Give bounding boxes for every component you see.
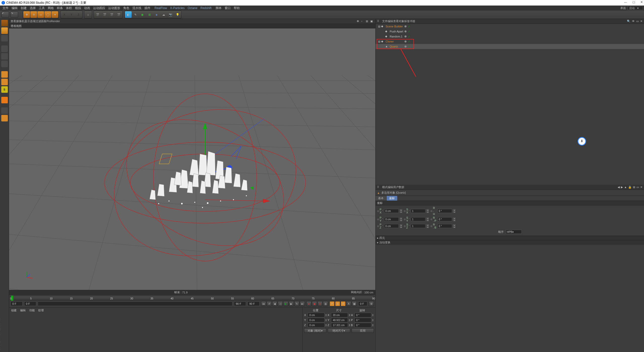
menu-编辑[interactable]: 编辑 [388, 20, 393, 23]
menu-查看[interactable]: 查看 [393, 20, 399, 23]
tree-item-Quartz[interactable]: ▲Quartz [376, 44, 644, 49]
menu-模拟[interactable]: 模拟 [73, 6, 83, 10]
render-settings-button[interactable]: 🎬 [108, 11, 115, 18]
subdivision-button[interactable]: ⊞ [146, 11, 153, 18]
minimize-button[interactable]: ― [624, 1, 627, 4]
scale-tool[interactable]: ▭ [37, 11, 44, 18]
close-button[interactable]: ✕ [640, 1, 643, 4]
pen-tool-button[interactable]: ✎ [132, 11, 139, 18]
polygon-mode-button[interactable] [1, 79, 8, 85]
attr-R . H[interactable]: 0 ° [437, 209, 452, 213]
coord-Y-size[interactable]: 48.922 cm [331, 318, 348, 322]
menu-文件[interactable]: 文件 [1, 6, 10, 10]
menu-网格[interactable]: 网格 [46, 6, 55, 10]
menu-过滤[interactable]: 过滤 [35, 20, 41, 23]
axis-z-toggle[interactable]: Z [75, 11, 82, 18]
coord-X-size[interactable]: 20 cm [331, 313, 348, 317]
perspective-viewport[interactable] [9, 28, 375, 290]
menu-功能[interactable]: 功能 [29, 309, 35, 312]
undo-button[interactable]: ↶ [2, 12, 9, 18]
tree-item-Push Apart[interactable]: ◆Push Apart [376, 29, 644, 34]
menu-查看[interactable]: 查看 [11, 20, 16, 23]
attr-R . B[interactable]: 0 ° [437, 224, 452, 228]
object-manager-tree[interactable]: ⊟◆Scene Builder✓◆Push Apart✓◆Random.1✓⊟◆… [376, 24, 644, 185]
tree-item-Scene Builder[interactable]: ⊟◆Scene Builder [376, 24, 644, 29]
uv-mode-button[interactable]: S [1, 86, 8, 93]
primitive-cube-button[interactable]: ◧ [125, 11, 132, 18]
coord-mode-dropdown[interactable]: 对象 (相对) ▾ [304, 328, 326, 333]
coord-system-button[interactable]: ⌂ [85, 11, 91, 18]
menu-显示[interactable]: 显示 [24, 20, 30, 23]
menu-样条[interactable]: 样条 [55, 6, 64, 10]
att-up-icon[interactable]: ▲ [624, 186, 627, 189]
menu-插件[interactable]: 插件 [143, 6, 152, 10]
panel-grip-icon[interactable]: ⠿ [377, 20, 379, 23]
menu-纹理[interactable]: 纹理 [38, 309, 44, 312]
key-a-button[interactable]: A [346, 301, 351, 306]
menu-ProRender[interactable]: ProRender [47, 20, 60, 23]
coord-apply-button[interactable]: 应用 [352, 328, 374, 333]
menu-文件[interactable]: 文件 [382, 20, 388, 23]
om-search-icon[interactable]: 🔍 [627, 20, 630, 23]
goto-end-button[interactable]: ⏭ [300, 301, 305, 306]
menu-角色[interactable]: 角色 [122, 6, 131, 10]
om-view-icon[interactable]: 👁 [632, 20, 635, 23]
texture-mode-button[interactable] [1, 35, 8, 41]
environment-button[interactable]: ☁ [160, 11, 167, 18]
edge-mode-button[interactable] [1, 71, 8, 78]
camera-button[interactable]: 📷 [167, 11, 174, 18]
record-key-button[interactable]: ● [306, 301, 311, 306]
goto-start-button[interactable]: ⏮ [261, 301, 266, 306]
tree-item-Random.1[interactable]: ◆Random.1 [376, 34, 644, 39]
timeline-ruler[interactable]: 051015202530354045505560657075808590 [11, 296, 374, 300]
menu-Octane[interactable]: Octane [186, 6, 199, 10]
menu-摄像机[interactable]: 摄像机 [16, 20, 24, 23]
next-frame-button[interactable]: ▶ [289, 301, 294, 306]
model-mode-button[interactable] [1, 27, 8, 34]
coord-B-rot[interactable]: 0 ° [354, 323, 371, 327]
viewport-single-icon[interactable]: ▫ [361, 20, 365, 23]
coord-H-rot[interactable]: 0 ° [354, 313, 371, 317]
menu-标签[interactable]: 标签 [404, 20, 410, 23]
menu-运动图形[interactable]: 运动图形 [107, 6, 122, 10]
attr-R . P[interactable]: 0 ° [437, 217, 452, 221]
make-editable-button[interactable] [1, 20, 8, 26]
prev-frame-button[interactable]: ◀ [272, 301, 277, 306]
maximize-button[interactable]: ▢ [632, 1, 635, 4]
viewport-toggle-icon[interactable]: ▣ [370, 20, 374, 23]
coord-P-rot[interactable]: 0 ° [354, 318, 371, 322]
attr-S . Z[interactable]: 1 [411, 224, 425, 228]
coord-size-dropdown[interactable]: 绝对尺寸 ▾ [328, 328, 350, 333]
menu-选择[interactable]: 选择 [28, 6, 37, 10]
viewport-config-icon[interactable]: ✥ [357, 20, 360, 23]
menu-脚本[interactable]: 脚本 [214, 6, 223, 10]
tweak-button[interactable] [1, 97, 8, 103]
move-tool[interactable]: ✢ [30, 11, 37, 18]
menu-窗口[interactable]: 窗口 [223, 6, 232, 10]
attr-S . X[interactable]: 1 [411, 209, 425, 213]
material-manager[interactable]: 创建编辑功能纹理 MAXON CINEMA 4D [9, 307, 302, 352]
att-min-icon[interactable]: ▭ [636, 186, 639, 189]
menu-编辑[interactable]: 编辑 [20, 309, 26, 312]
menu-创建[interactable]: 创建 [19, 6, 28, 10]
next-key-button[interactable]: ↻ [294, 301, 299, 306]
snap-button[interactable] [1, 107, 8, 114]
workplane-button[interactable] [1, 115, 8, 121]
coord-Z-pos[interactable]: 0 cm [308, 323, 325, 327]
menu-工具[interactable]: 工具 [37, 6, 46, 10]
visibility-dot-render[interactable]: ✓ [407, 24, 411, 29]
coord-Z-size[interactable]: 17.321 cm [331, 323, 348, 327]
panel-grip-icon[interactable]: ⠿ [377, 186, 379, 189]
menu-选项[interactable]: 选项 [30, 20, 35, 23]
frame-current-field[interactable]: 0 F [24, 301, 36, 306]
menu-编辑[interactable]: 编辑 [10, 6, 19, 10]
tab-basic[interactable]: 基本 [376, 196, 386, 201]
attr-collapse-freeze[interactable]: ▸ 冻结变换 [376, 240, 644, 245]
key-s-button[interactable]: S [335, 301, 340, 306]
timeline-scrubbar[interactable] [38, 301, 232, 306]
play-back-button[interactable]: ◁ [278, 301, 283, 306]
key-pos-button[interactable]: ◍ [323, 301, 328, 306]
menu-运动跟踪[interactable]: 运动跟踪 [92, 6, 107, 10]
picture-viewer-button[interactable]: 🎬 [115, 11, 122, 18]
attr-P . Y[interactable]: 0 cm [384, 217, 399, 221]
